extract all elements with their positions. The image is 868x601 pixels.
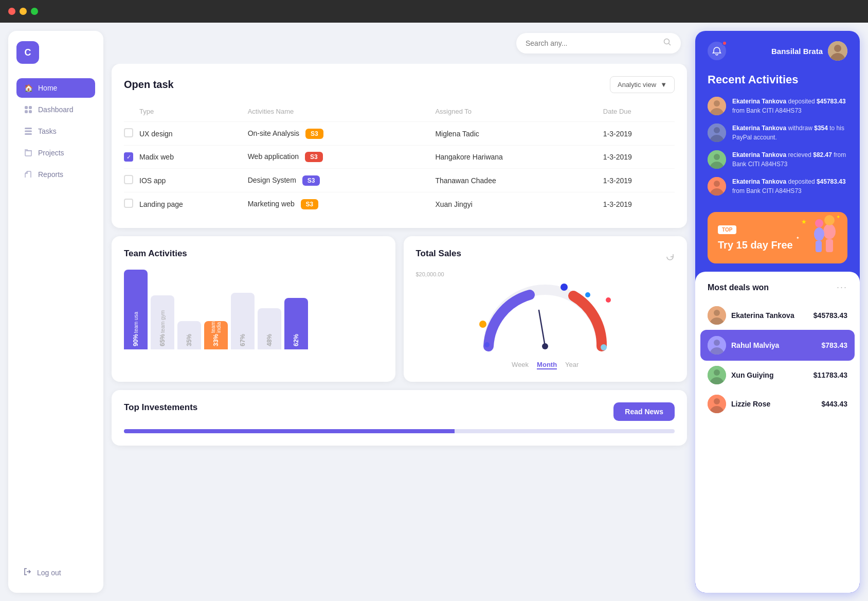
total-sales-card: Total Sales $20,000.00: [404, 236, 688, 382]
deal-name: Lizzie Rose: [731, 400, 770, 408]
team-activities-title: Team Activities: [124, 249, 383, 259]
task-checkbox[interactable]: ✓: [124, 152, 133, 162]
task-checkbox[interactable]: [124, 175, 133, 184]
activity-text: Ekaterina Tankova deposited $45783.43 fr…: [732, 177, 847, 196]
svg-point-13: [714, 100, 720, 107]
bar: team usa90%: [124, 270, 148, 349]
investments-progress-bar: [124, 429, 675, 433]
maximize-dot[interactable]: [31, 8, 38, 15]
bottom-row: Team Activities team usa90%team gym65%35…: [112, 236, 687, 382]
deal-name: Xun Guiying: [731, 371, 773, 379]
sidebar-item-home[interactable]: 🏠 Home: [16, 78, 95, 98]
col-activities: Activities Name: [248, 103, 436, 122]
deal-item[interactable]: Rahul Malviya $783.43: [700, 330, 855, 361]
bar-percent: 62%: [293, 334, 300, 346]
svg-rect-5: [25, 131, 32, 132]
svg-point-21: [824, 215, 835, 225]
minimize-dot[interactable]: [20, 8, 27, 15]
table-row[interactable]: ✓ Madix web Web application S3 Hangakore…: [124, 146, 675, 169]
bar: 35%: [177, 321, 201, 349]
svg-point-7: [664, 39, 670, 44]
activity-text: Ekaterina Tankova recieved $82.47 from B…: [732, 150, 847, 169]
svg-point-19: [714, 181, 720, 187]
task-assigned: Thanawan Chadee: [435, 169, 603, 192]
task-checkbox[interactable]: [124, 199, 133, 208]
activity-text: Ekaterina Tankova deposited $45783.43 fr…: [732, 97, 847, 115]
deal-name: Rahul Malviya: [731, 341, 779, 349]
col-type-label: Type: [139, 103, 248, 122]
activity-item: Ekaterina Tankova deposited $45783.43 fr…: [708, 177, 847, 196]
read-news-button[interactable]: Read News: [613, 402, 675, 421]
svg-point-23: [815, 219, 823, 227]
svg-rect-6: [25, 133, 32, 135]
deal-left: Rahul Malviya: [708, 336, 779, 355]
sidebar-item-tasks[interactable]: Tasks: [16, 121, 95, 141]
sales-chart-area: $20,000.00: [416, 271, 675, 369]
deal-left: Xun Guiying: [708, 366, 773, 384]
table-row[interactable]: UX design On-site Analysis S3 Miglena Ta…: [124, 122, 675, 146]
search-input[interactable]: [526, 39, 658, 47]
deal-avatar: [708, 336, 726, 355]
promo-text: Try 15 day Free: [718, 238, 793, 252]
sidebar-item-projects[interactable]: Projects: [16, 143, 95, 163]
task-checkbox[interactable]: [124, 128, 133, 137]
total-sales-title: Total Sales: [416, 249, 462, 259]
task-assigned: Miglena Tadic: [435, 122, 603, 146]
svg-rect-0: [25, 106, 28, 109]
sidebar-item-dashboard[interactable]: Dashboard: [16, 100, 95, 119]
tab-week[interactable]: Week: [512, 361, 529, 369]
bar-group: 67%: [231, 293, 255, 349]
chevron-down-icon: ▼: [660, 81, 667, 89]
table-row[interactable]: Landing page Marketing web S3 Xuan Jingy…: [124, 192, 675, 216]
open-task-title: Open task: [124, 79, 174, 91]
analytic-view-button[interactable]: Analytic view ▼: [610, 76, 675, 93]
col-date: Date Due: [603, 103, 675, 122]
sidebar-item-tasks-label: Tasks: [38, 127, 57, 135]
svg-text:✦: ✦: [836, 214, 840, 220]
svg-point-17: [714, 154, 720, 160]
sidebar-item-reports[interactable]: Reports: [16, 165, 95, 184]
bar-label: team gym: [160, 310, 166, 333]
reports-icon: [24, 170, 33, 179]
activity-name: Ekaterina Tankova: [732, 151, 786, 158]
task-date: 1-3-2019: [603, 146, 675, 169]
svg-text:✦: ✦: [796, 236, 800, 240]
notification-button[interactable]: [708, 42, 726, 60]
right-panel: Bansilal Brata Recent Activities: [695, 31, 860, 593]
tab-year[interactable]: Year: [565, 361, 578, 369]
cards-area: Open task Analytic view ▼ Type Activitie…: [107, 64, 691, 601]
svg-rect-2: [25, 110, 28, 113]
logout-button[interactable]: Log out: [16, 562, 95, 582]
deal-item: Xun Guiying $11783.43: [708, 361, 847, 390]
close-dot[interactable]: [8, 8, 15, 15]
task-name: Landing page: [139, 192, 248, 216]
s3-badge: S3: [305, 152, 323, 162]
bar-percent: 33%: [212, 334, 220, 346]
open-task-header: Open task Analytic view ▼: [124, 76, 675, 93]
search-bar[interactable]: [516, 33, 681, 54]
bar-label: team india: [210, 321, 222, 333]
sidebar-item-reports-label: Reports: [38, 170, 63, 179]
svg-rect-1: [29, 106, 32, 109]
promo-badge: TOP: [718, 225, 736, 234]
deal-amount: $11783.43: [813, 371, 847, 379]
bar: 67%: [231, 293, 255, 349]
bar-percent: 48%: [266, 334, 273, 346]
search-icon: [663, 38, 672, 48]
svg-point-36: [714, 398, 720, 404]
bar: 62%: [284, 298, 308, 349]
more-options-button[interactable]: ···: [837, 282, 847, 293]
bar-percent: 65%: [159, 334, 166, 346]
promo-banner[interactable]: TOP Try 15 day Free ★ ✦ ✦: [708, 212, 847, 263]
activity-name: Ekaterina Tankova: [732, 178, 786, 185]
tab-month[interactable]: Month: [537, 361, 557, 369]
bar-group: team usa90%: [124, 270, 148, 349]
sales-period-tabs: Week Month Year: [512, 361, 578, 369]
activity-amount: $354: [814, 125, 828, 132]
deal-left: Lizzie Rose: [708, 395, 770, 413]
top-investments-card: Top Investements Read News: [112, 390, 687, 446]
total-sales-refresh-icon[interactable]: [665, 252, 675, 263]
svg-rect-3: [29, 110, 32, 113]
table-row[interactable]: IOS app Design System S3 Thanawan Chadee…: [124, 169, 675, 192]
svg-point-22: [814, 227, 824, 241]
